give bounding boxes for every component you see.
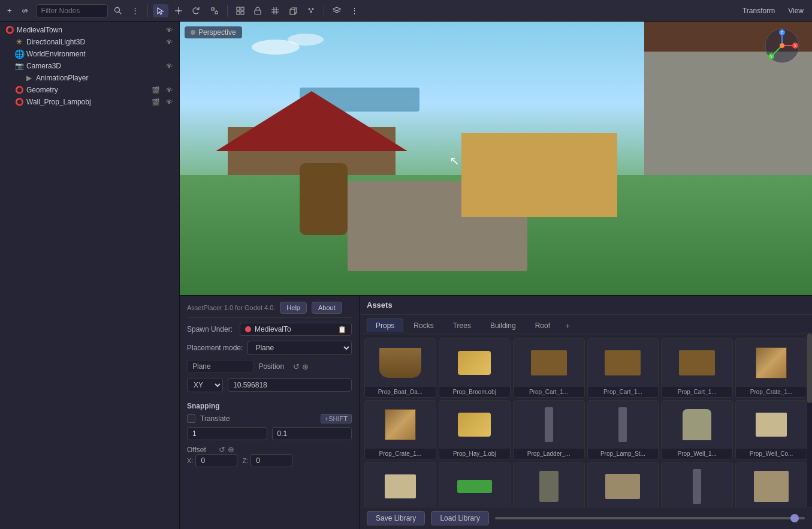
- asset-card-prop-well-co[interactable]: Prop_Well_Co...: [735, 400, 807, 459]
- camera3d-eye[interactable]: 👁: [164, 62, 174, 70]
- svg-line-1: [119, 12, 121, 14]
- camera3d-label: Camera3D: [26, 62, 164, 70]
- add-node-button[interactable]: +: [4, 4, 16, 17]
- market-stall: [461, 133, 617, 217]
- asset-card-prop-well-gr[interactable]: Prop_Well_Gr...: [439, 462, 511, 507]
- asset-thumb-prop-boat: [365, 339, 436, 387]
- directional-light-icon: ✳: [14, 37, 24, 47]
- save-library-button[interactable]: Save Library: [367, 511, 425, 525]
- position-label: Position: [258, 362, 288, 371]
- asset-card-prop-ladder[interactable]: Prop_Ladder_...: [513, 400, 585, 459]
- svg-line-27: [309, 9, 311, 12]
- spawn-under-field[interactable]: MedievalTo 📋: [240, 323, 352, 336]
- offset-x-input[interactable]: [195, 454, 237, 467]
- tree-item-wall-prop[interactable]: ⭕ Wall_Prop_Lampobj 🎬 👁: [0, 96, 179, 108]
- about-button[interactable]: About: [312, 302, 342, 314]
- viewport[interactable]: ↖ Perspective Z X: [180, 22, 812, 295]
- zoom-slider-thumb[interactable]: [790, 514, 799, 522]
- geometry-eye[interactable]: 👁: [164, 86, 174, 95]
- asset-card-prop-cart3[interactable]: Prop_Cart_1...: [661, 338, 733, 398]
- axis-select[interactable]: XY XZ YZ: [187, 378, 223, 392]
- tab-trees[interactable]: Trees: [444, 318, 480, 333]
- asset-card-prop-boat[interactable]: Prop_Boat_Oa...: [364, 338, 436, 398]
- asset-thumb-prop-hay: [439, 401, 510, 449]
- asset-card-prop-well-in[interactable]: Prop_Well_In...: [513, 462, 585, 507]
- wall-prop-film[interactable]: 🎬: [150, 98, 162, 107]
- directional-light-eye[interactable]: 👁: [164, 38, 174, 46]
- camera3d-actions: 👁: [164, 62, 174, 70]
- transform-button[interactable]: Transform: [738, 4, 780, 17]
- tree-item-directional-light[interactable]: ✳ DirectionalLight3D 👁: [0, 36, 179, 48]
- asset-card-prop-well1[interactable]: Prop_Well_1...: [661, 400, 733, 459]
- zoom-slider[interactable]: [495, 517, 805, 519]
- wall-prop-eye[interactable]: 👁: [164, 98, 174, 107]
- layers-button[interactable]: [329, 4, 345, 17]
- toolbar-right: Transform View: [738, 4, 808, 17]
- asset-card-prop-broom[interactable]: Prop_Broom.obj: [439, 338, 511, 398]
- particles-button[interactable]: [303, 4, 319, 17]
- snapping-title-row: Snapping: [187, 399, 352, 410]
- scene-panel: ⭕ MedievalTown 👁 ✳ DirectionalLight3D 👁 …: [0, 22, 180, 529]
- spawn-value-text: MedievalTo: [255, 325, 291, 333]
- asset-card-wall-prop-be[interactable]: Wall_Prop_Be...: [587, 462, 659, 507]
- more-options-button[interactable]: ⋮: [128, 4, 143, 17]
- link-button[interactable]: [18, 4, 34, 17]
- select-tool-button[interactable]: [153, 4, 168, 17]
- tab-props[interactable]: Props: [367, 318, 403, 333]
- axis-value-row: XY XZ YZ: [187, 378, 352, 392]
- tree-item-world-env[interactable]: 🌐 WorldEnvironment: [0, 48, 179, 60]
- plane-label: Plane: [192, 362, 248, 371]
- asset-card-wall-prop-la[interactable]: Wall_Prop_La...: [661, 462, 733, 507]
- asset-thumb-prop-crate2: [365, 401, 436, 449]
- asset-name-prop-crate2: Prop_Crate_1...: [365, 449, 436, 459]
- offset-z-input[interactable]: [250, 454, 292, 467]
- asset-thumb-prop-cart2: [588, 339, 659, 387]
- tab-add-button[interactable]: +: [560, 318, 575, 333]
- asset-card-prop-cart1[interactable]: Prop_Cart_1...: [513, 338, 585, 398]
- filter-nodes-input[interactable]: [36, 4, 108, 17]
- move-tool-button[interactable]: [171, 4, 186, 17]
- grid-button[interactable]: [267, 4, 283, 17]
- scale-tool-button[interactable]: [207, 4, 222, 17]
- load-library-button[interactable]: Load Library: [431, 511, 489, 525]
- asset-card-prop-crate1[interactable]: Prop_Crate_1...: [735, 338, 807, 398]
- tree-item-medieval-town[interactable]: ⭕ MedievalTown 👁: [0, 24, 179, 36]
- help-button[interactable]: Help: [280, 302, 307, 314]
- asset-card-wall-prop-si[interactable]: Wall_Prop_Si...: [735, 462, 807, 507]
- tree-item-camera3d[interactable]: 📷 Camera3D 👁: [0, 60, 179, 72]
- position-value-input[interactable]: [228, 378, 352, 392]
- placement-mode-select[interactable]: Plane: [247, 341, 352, 355]
- asset-card-prop-crate2[interactable]: Prop_Crate_1...: [364, 400, 436, 459]
- rotate-tool-button[interactable]: [189, 4, 204, 17]
- asset-card-prop-lamp[interactable]: Prop_Lamp_St...: [587, 400, 659, 459]
- offset-add-button[interactable]: ⊕: [228, 445, 234, 454]
- position-add-button[interactable]: ⊕: [302, 362, 309, 371]
- position-row: Position ↺ ⊕: [258, 362, 352, 371]
- tree-item-geometry[interactable]: ⭕ Geometry 🎬 👁: [0, 84, 179, 96]
- translate-value2-input[interactable]: [272, 427, 352, 440]
- translate-value1-input[interactable]: [187, 427, 267, 440]
- asset-card-prop-cart2[interactable]: Prop_Cart_1...: [587, 338, 659, 398]
- asset-name-prop-cart3: Prop_Cart_1...: [662, 387, 732, 397]
- tab-building[interactable]: Building: [481, 318, 525, 333]
- tab-rocks[interactable]: Rocks: [405, 318, 442, 333]
- scroll-bar[interactable]: [807, 333, 812, 507]
- cube-button[interactable]: [285, 4, 301, 17]
- translate-checkbox[interactable]: [187, 414, 195, 423]
- geometry-film[interactable]: 🎬: [150, 86, 162, 95]
- offset-z-group: Z:: [242, 454, 292, 467]
- more2-button[interactable]: ⋮: [347, 4, 362, 17]
- tree-item-anim-player[interactable]: ▶ AnimationPlayer: [0, 72, 179, 84]
- asset-card-prop-hay[interactable]: Prop_Hay_1.obj: [439, 400, 511, 459]
- offset-reset-button[interactable]: ↺: [219, 445, 225, 454]
- medieval-town-eye[interactable]: 👁: [164, 26, 174, 34]
- view-button[interactable]: View: [783, 4, 808, 17]
- assets-grid: Prop_Boat_Oa...Prop_Broom.objProp_Cart_1…: [360, 333, 812, 507]
- asset-name-prop-ladder: Prop_Ladder_...: [514, 449, 584, 459]
- layout-button[interactable]: [233, 4, 248, 17]
- asset-card-prop-well-di[interactable]: Prop_Well_Di...: [364, 462, 436, 507]
- tab-roof[interactable]: Roof: [526, 318, 559, 333]
- position-reset-button[interactable]: ↺: [293, 362, 300, 371]
- lock-button[interactable]: [250, 4, 265, 17]
- search-button[interactable]: [110, 4, 125, 17]
